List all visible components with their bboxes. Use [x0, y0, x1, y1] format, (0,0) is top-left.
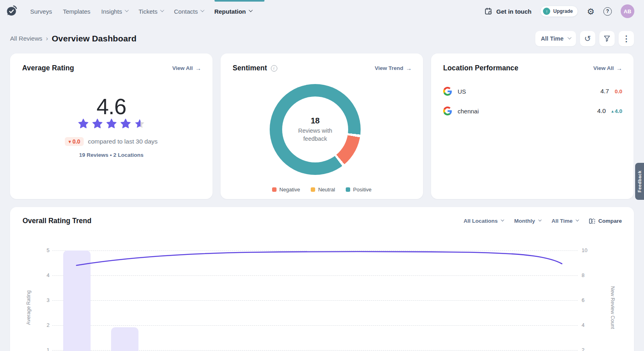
y-right-tick: 8 [582, 272, 596, 278]
location-performance-card: Location Performance View All → US 4.7 0… [431, 53, 634, 199]
nav-item-templates[interactable]: Templates [63, 8, 90, 15]
y-right-tick: 6 [582, 297, 596, 303]
overall-rating-trend-card: Overall Rating Trend All Locations Month… [10, 207, 634, 351]
calendar-clock-icon [485, 7, 493, 15]
page-actions: All Time ↺ ⋮ [535, 31, 634, 46]
review-count-bar [111, 327, 138, 351]
main-nav: Surveys Templates Insights Tickets Conta… [30, 8, 252, 15]
location-rows: US 4.7 0.0 chennai 4.0 ▴ [431, 85, 634, 117]
granularity-dropdown[interactable]: Monthly [514, 218, 541, 224]
nav-right-cluster: Get in touch ↑ Upgrade ⚙ ? AB [485, 4, 634, 18]
kpi-cards-row: Average Rating View All → 4.6 [10, 53, 634, 199]
average-rating-line [10, 207, 634, 351]
legend-item-negative[interactable]: Negative [272, 187, 300, 193]
filter-funnel-icon [603, 35, 611, 42]
chevron-down-icon [568, 35, 572, 39]
filter-button[interactable] [599, 31, 615, 46]
location-view-all-link[interactable]: View All → [593, 65, 622, 72]
chevron-down-icon [501, 218, 504, 221]
app-logo-icon[interactable] [6, 5, 18, 18]
sentiment-donut-chart[interactable]: 18 Reviews with feedback [270, 84, 361, 175]
upgrade-button[interactable]: ↑ Upgrade [540, 6, 578, 17]
y-right-tick: 10 [582, 247, 596, 253]
y-left-tick: 5 [35, 247, 50, 253]
chevron-down-icon [125, 8, 129, 12]
locations-filter-dropdown[interactable]: All Locations [464, 218, 504, 224]
y-right-tick: 2 [582, 347, 596, 351]
nav-item-tickets[interactable]: Tickets [138, 8, 163, 15]
star-rating [77, 118, 146, 130]
sentiment-total-label: Reviews with feedback [289, 127, 341, 143]
review-count-bar [63, 250, 91, 351]
user-avatar[interactable]: AB [621, 4, 634, 18]
location-rating: 4.0 [597, 107, 606, 115]
average-rating-view-all-link[interactable]: View All → [172, 65, 201, 72]
y-left-tick: 4 [35, 272, 50, 278]
location-row-us[interactable]: US 4.7 0.0 [443, 85, 622, 97]
y-left-tick: 1 [35, 347, 50, 351]
average-rating-card: Average Rating View All → 4.6 [10, 53, 213, 199]
page-title: Overview Dashboard [52, 34, 136, 43]
rating-delta-badge: ▾ 0.0 [65, 137, 84, 146]
positive-swatch-icon [346, 187, 350, 192]
nav-item-insights[interactable]: Insights [101, 8, 128, 15]
upgrade-arrow-icon: ↑ [543, 8, 550, 15]
y-left-tick: 3 [35, 297, 50, 303]
y-right-tick: 4 [582, 322, 596, 328]
reviews-locations-link[interactable]: 19 Reviews • 2 Locations [79, 152, 143, 158]
compare-icon [589, 218, 595, 224]
google-icon [443, 107, 452, 115]
sentiment-legend: Negative Neutral Positive [221, 187, 423, 193]
compare-period-text: compared to last 30 days [88, 138, 157, 145]
google-icon [443, 87, 452, 96]
average-rating-value: 4.6 [97, 96, 126, 118]
location-row-chennai[interactable]: chennai 4.0 ▴ 4.0 [443, 105, 622, 117]
star-icon [105, 118, 118, 130]
location-delta: 0.0 [615, 88, 622, 94]
negative-swatch-icon [272, 187, 277, 192]
nav-item-surveys[interactable]: Surveys [30, 8, 52, 15]
y-right-axis-label: New Review Count [610, 286, 615, 329]
caret-down-icon: ▾ [68, 139, 71, 144]
sentiment-total-value: 18 [311, 116, 320, 125]
nav-item-contacts[interactable]: Contacts [174, 8, 203, 15]
feedback-side-tab[interactable]: Feedback [635, 163, 644, 200]
breadcrumb-separator: › [46, 35, 48, 42]
compare-button[interactable]: Compare [589, 218, 622, 224]
kebab-menu-icon: ⋮ [622, 35, 630, 43]
trend-time-range-dropdown[interactable]: All Time [551, 218, 578, 224]
trend-title: Overall Rating Trend [23, 217, 91, 225]
star-half-icon [134, 118, 146, 130]
y-left-tick: 2 [35, 322, 50, 328]
chevron-down-icon [538, 218, 541, 221]
star-icon [91, 118, 103, 130]
get-in-touch-button[interactable]: Get in touch [485, 7, 532, 15]
y-left-axis-label: Average Rating [26, 290, 31, 325]
help-icon[interactable]: ? [603, 7, 612, 16]
more-options-button[interactable]: ⋮ [619, 31, 634, 46]
sentiment-view-trend-link[interactable]: View Trend → [375, 65, 412, 72]
refresh-icon: ↺ [584, 35, 591, 43]
info-icon[interactable]: i [271, 65, 277, 72]
arrow-right-icon: → [406, 65, 412, 72]
star-icon [77, 118, 89, 130]
location-delta: ▴ 4.0 [611, 108, 622, 114]
legend-item-positive[interactable]: Positive [346, 187, 372, 193]
sentiment-card: Sentiment i View Trend → 18 Reviews with… [221, 53, 423, 199]
chevron-down-icon [160, 8, 164, 12]
refresh-button[interactable]: ↺ [580, 31, 595, 46]
page-header: All Reviews › Overview Dashboard All Tim… [10, 31, 634, 47]
location-rating: 4.7 [601, 88, 609, 95]
breadcrumb-all-reviews[interactable]: All Reviews [10, 35, 42, 42]
legend-item-neutral[interactable]: Neutral [311, 187, 335, 193]
sentiment-title: Sentiment [233, 64, 267, 72]
settings-gear-icon[interactable]: ⚙ [587, 7, 594, 16]
star-icon [120, 118, 132, 130]
average-rating-title: Average Rating [22, 64, 74, 72]
active-tab-indicator [215, 0, 264, 2]
caret-up-icon: ▴ [611, 109, 613, 113]
time-range-dropdown[interactable]: All Time [535, 31, 576, 46]
neutral-swatch-icon [311, 187, 315, 192]
trend-controls: All Locations Monthly All Time Compare [464, 218, 622, 224]
nav-item-reputation[interactable]: Reputation [214, 8, 251, 15]
